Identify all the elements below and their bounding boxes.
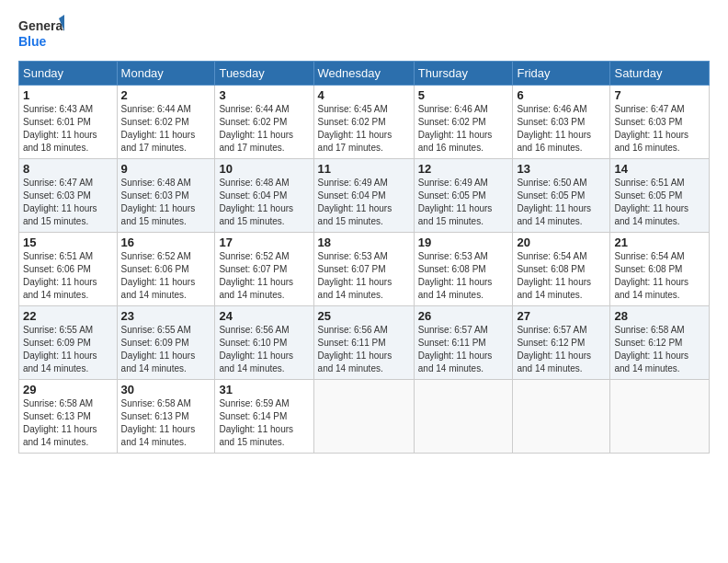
day-info: Sunrise: 6:55 AMSunset: 6:09 PMDaylight:… [121, 324, 211, 375]
day-info: Sunrise: 6:56 AMSunset: 6:10 PMDaylight:… [219, 324, 309, 375]
calendar-cell [610, 380, 710, 454]
svg-text:Blue: Blue [18, 34, 47, 49]
day-number: 2 [121, 88, 211, 102]
day-number: 19 [418, 236, 509, 249]
weekday-header-saturday: Saturday [610, 62, 710, 86]
day-number: 22 [23, 309, 113, 323]
calendar-cell: 24Sunrise: 6:56 AMSunset: 6:10 PMDayligh… [215, 306, 313, 380]
calendar-cell: 14Sunrise: 6:51 AMSunset: 6:05 PMDayligh… [610, 159, 710, 233]
calendar-cell [414, 380, 513, 454]
day-info: Sunrise: 6:59 AMSunset: 6:14 PMDaylight:… [219, 397, 309, 449]
day-number: 13 [517, 162, 606, 176]
calendar-week-row: 8Sunrise: 6:47 AMSunset: 6:03 PMDaylight… [19, 159, 710, 233]
calendar-cell: 21Sunrise: 6:54 AMSunset: 6:08 PMDayligh… [610, 233, 710, 306]
day-info: Sunrise: 6:52 AMSunset: 6:07 PMDaylight:… [219, 250, 309, 302]
day-info: Sunrise: 6:48 AMSunset: 6:03 PMDaylight:… [121, 177, 211, 228]
day-info: Sunrise: 6:44 AMSunset: 6:02 PMDaylight:… [121, 103, 211, 155]
day-info: Sunrise: 6:51 AMSunset: 6:05 PMDaylight:… [614, 177, 705, 228]
svg-text:General: General [18, 18, 64, 33]
calendar-cell: 6Sunrise: 6:46 AMSunset: 6:03 PMDaylight… [513, 86, 610, 159]
calendar-cell: 7Sunrise: 6:47 AMSunset: 6:03 PMDaylight… [610, 86, 710, 159]
day-info: Sunrise: 6:45 AMSunset: 6:02 PMDaylight:… [318, 103, 410, 155]
calendar-cell: 4Sunrise: 6:45 AMSunset: 6:02 PMDaylight… [313, 86, 414, 159]
day-number: 29 [23, 383, 113, 396]
weekday-header-tuesday: Tuesday [215, 62, 313, 86]
day-info: Sunrise: 6:51 AMSunset: 6:06 PMDaylight:… [23, 250, 113, 302]
calendar-cell: 17Sunrise: 6:52 AMSunset: 6:07 PMDayligh… [215, 233, 313, 306]
day-info: Sunrise: 6:49 AMSunset: 6:04 PMDaylight:… [318, 177, 410, 228]
day-info: Sunrise: 6:55 AMSunset: 6:09 PMDaylight:… [23, 324, 113, 375]
calendar-table: SundayMondayTuesdayWednesdayThursdayFrid… [18, 61, 710, 454]
calendar-week-row: 15Sunrise: 6:51 AMSunset: 6:06 PMDayligh… [19, 233, 710, 306]
day-info: Sunrise: 6:47 AMSunset: 6:03 PMDaylight:… [23, 177, 113, 228]
calendar-cell: 10Sunrise: 6:48 AMSunset: 6:04 PMDayligh… [215, 159, 313, 233]
day-info: Sunrise: 6:58 AMSunset: 6:12 PMDaylight:… [614, 324, 705, 375]
day-number: 20 [517, 236, 606, 249]
calendar-cell: 20Sunrise: 6:54 AMSunset: 6:08 PMDayligh… [513, 233, 610, 306]
day-info: Sunrise: 6:47 AMSunset: 6:03 PMDaylight:… [614, 103, 705, 155]
calendar-cell: 12Sunrise: 6:49 AMSunset: 6:05 PMDayligh… [414, 159, 513, 233]
calendar-cell: 19Sunrise: 6:53 AMSunset: 6:08 PMDayligh… [414, 233, 513, 306]
day-info: Sunrise: 6:53 AMSunset: 6:07 PMDaylight:… [318, 250, 410, 302]
calendar-week-row: 1Sunrise: 6:43 AMSunset: 6:01 PMDaylight… [19, 86, 710, 159]
weekday-header-friday: Friday [513, 62, 610, 86]
calendar-cell: 22Sunrise: 6:55 AMSunset: 6:09 PMDayligh… [19, 306, 118, 380]
calendar-cell: 8Sunrise: 6:47 AMSunset: 6:03 PMDaylight… [19, 159, 118, 233]
day-number: 16 [121, 236, 211, 249]
calendar-cell: 16Sunrise: 6:52 AMSunset: 6:06 PMDayligh… [117, 233, 215, 306]
calendar-cell: 5Sunrise: 6:46 AMSunset: 6:02 PMDaylight… [414, 86, 513, 159]
day-number: 27 [517, 309, 606, 323]
day-number: 11 [318, 162, 410, 176]
day-number: 7 [614, 88, 705, 102]
calendar-cell: 18Sunrise: 6:53 AMSunset: 6:07 PMDayligh… [313, 233, 414, 306]
calendar-week-row: 29Sunrise: 6:58 AMSunset: 6:13 PMDayligh… [19, 380, 710, 454]
day-number: 8 [23, 162, 113, 176]
day-number: 5 [418, 88, 509, 102]
day-number: 31 [219, 383, 309, 396]
calendar-cell: 30Sunrise: 6:58 AMSunset: 6:13 PMDayligh… [117, 380, 215, 454]
calendar-cell [313, 380, 414, 454]
day-info: Sunrise: 6:58 AMSunset: 6:13 PMDaylight:… [121, 397, 211, 449]
calendar-cell: 15Sunrise: 6:51 AMSunset: 6:06 PMDayligh… [19, 233, 118, 306]
day-info: Sunrise: 6:44 AMSunset: 6:02 PMDaylight:… [219, 103, 309, 155]
weekday-header-thursday: Thursday [414, 62, 513, 86]
day-info: Sunrise: 6:46 AMSunset: 6:02 PMDaylight:… [418, 103, 509, 155]
calendar-cell: 28Sunrise: 6:58 AMSunset: 6:12 PMDayligh… [610, 306, 710, 380]
day-info: Sunrise: 6:46 AMSunset: 6:03 PMDaylight:… [517, 103, 606, 155]
calendar-cell: 29Sunrise: 6:58 AMSunset: 6:13 PMDayligh… [19, 380, 118, 454]
calendar-cell: 1Sunrise: 6:43 AMSunset: 6:01 PMDaylight… [19, 86, 118, 159]
day-number: 30 [121, 383, 211, 396]
day-number: 10 [219, 162, 309, 176]
day-number: 26 [418, 309, 509, 323]
calendar-cell: 25Sunrise: 6:56 AMSunset: 6:11 PMDayligh… [313, 306, 414, 380]
day-number: 28 [614, 309, 705, 323]
day-info: Sunrise: 6:52 AMSunset: 6:06 PMDaylight:… [121, 250, 211, 302]
day-number: 12 [418, 162, 509, 176]
day-number: 4 [318, 88, 410, 102]
calendar-cell: 23Sunrise: 6:55 AMSunset: 6:09 PMDayligh… [117, 306, 215, 380]
logo-svg: General Blue [18, 15, 64, 52]
calendar-cell: 13Sunrise: 6:50 AMSunset: 6:05 PMDayligh… [513, 159, 610, 233]
day-number: 1 [23, 88, 113, 102]
day-info: Sunrise: 6:54 AMSunset: 6:08 PMDaylight:… [614, 250, 705, 302]
day-number: 3 [219, 88, 309, 102]
day-info: Sunrise: 6:53 AMSunset: 6:08 PMDaylight:… [418, 250, 509, 302]
calendar-week-row: 22Sunrise: 6:55 AMSunset: 6:09 PMDayligh… [19, 306, 710, 380]
weekday-header-row: SundayMondayTuesdayWednesdayThursdayFrid… [19, 62, 710, 86]
weekday-header-monday: Monday [117, 62, 215, 86]
day-info: Sunrise: 6:54 AMSunset: 6:08 PMDaylight:… [517, 250, 606, 302]
day-info: Sunrise: 6:56 AMSunset: 6:11 PMDaylight:… [318, 324, 410, 375]
weekday-header-wednesday: Wednesday [313, 62, 414, 86]
day-info: Sunrise: 6:43 AMSunset: 6:01 PMDaylight:… [23, 103, 113, 155]
day-number: 9 [121, 162, 211, 176]
calendar-cell: 26Sunrise: 6:57 AMSunset: 6:11 PMDayligh… [414, 306, 513, 380]
calendar-cell: 3Sunrise: 6:44 AMSunset: 6:02 PMDaylight… [215, 86, 313, 159]
calendar-cell: 27Sunrise: 6:57 AMSunset: 6:12 PMDayligh… [513, 306, 610, 380]
calendar-cell: 9Sunrise: 6:48 AMSunset: 6:03 PMDaylight… [117, 159, 215, 233]
calendar-cell [513, 380, 610, 454]
day-number: 21 [614, 236, 705, 249]
day-info: Sunrise: 6:50 AMSunset: 6:05 PMDaylight:… [517, 177, 606, 228]
logo: General Blue [18, 15, 64, 52]
day-number: 6 [517, 88, 606, 102]
day-info: Sunrise: 6:58 AMSunset: 6:13 PMDaylight:… [23, 397, 113, 449]
